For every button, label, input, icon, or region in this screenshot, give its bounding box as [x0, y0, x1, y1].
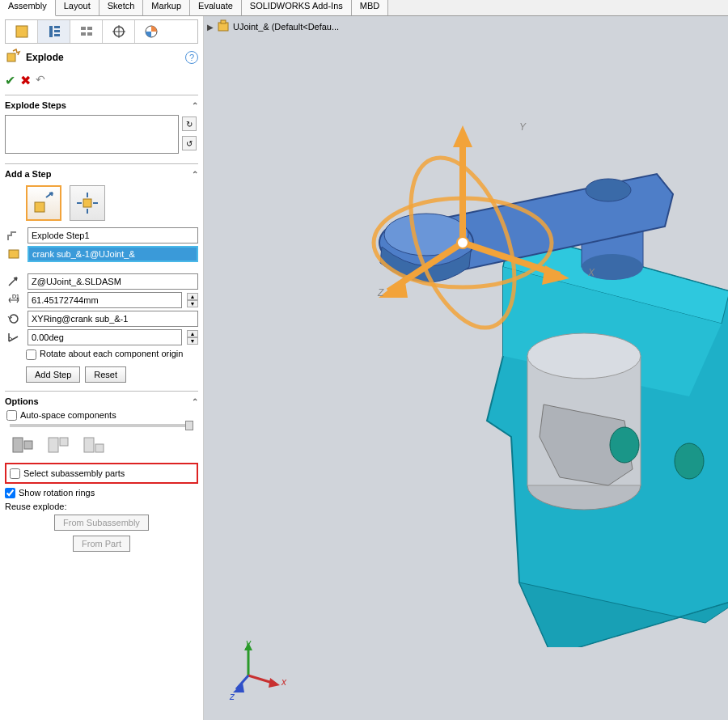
svg-rect-0 — [16, 26, 28, 37]
bbox-front-icon[interactable] — [81, 434, 108, 456]
feature-title: Explode — [26, 52, 64, 63]
auto-space-checkbox[interactable] — [6, 410, 17, 421]
svg-rect-22 — [84, 438, 94, 452]
options-header[interactable]: Options⌃ — [5, 395, 198, 408]
breadcrumb-caret-icon[interactable]: ▶ — [207, 23, 214, 32]
regular-step-tool[interactable] — [26, 185, 61, 221]
ring-input[interactable] — [28, 311, 198, 327]
svg-point-34 — [586, 179, 631, 201]
property-manager-icon[interactable] — [38, 20, 70, 43]
svg-marker-40 — [453, 125, 472, 147]
tab-mbd[interactable]: MBD — [352, 0, 388, 15]
help-icon[interactable]: ? — [185, 51, 198, 64]
svg-point-30 — [675, 443, 704, 479]
triad-y-label: y — [246, 637, 251, 649]
select-subassembly-checkbox[interactable] — [10, 468, 20, 479]
add-step-header[interactable]: Add a Step⌃ — [5, 167, 198, 180]
explode-steps-header[interactable]: Explode Steps⌃ — [5, 99, 198, 112]
radial-step-tool[interactable] — [70, 185, 105, 221]
tab-sketch[interactable]: Sketch — [99, 0, 144, 15]
distance-input[interactable] — [28, 292, 182, 308]
show-rings-checkbox[interactable] — [5, 488, 15, 498]
angle-down[interactable]: ▼ — [187, 337, 198, 345]
svg-point-45 — [457, 237, 468, 248]
bbox-center-icon[interactable] — [10, 434, 37, 456]
angle-input[interactable] — [28, 329, 182, 345]
property-manager-panel: Explode ? ✔ ✖ ↶ Explode Steps⌃ ↻ ↺ Add a… — [0, 16, 204, 720]
svg-text:D1: D1 — [12, 294, 19, 299]
select-subassembly-label: Select subassembly parts — [23, 468, 125, 478]
svg-rect-7 — [87, 27, 92, 30]
tab-assembly[interactable]: Assembly — [0, 0, 56, 16]
ok-button[interactable]: ✔ — [5, 73, 15, 88]
ring-icon — [5, 311, 23, 327]
svg-rect-2 — [54, 26, 60, 28]
svg-rect-3 — [54, 30, 60, 32]
svg-rect-8 — [87, 32, 92, 36]
svg-rect-23 — [95, 444, 104, 452]
cancel-button[interactable]: ✖ — [20, 73, 31, 88]
spacing-slider[interactable] — [10, 424, 193, 427]
triad-x-label: x — [281, 676, 286, 688]
direction-input[interactable] — [28, 273, 198, 290]
axis-x-label: X — [588, 267, 595, 278]
direction-icon — [5, 273, 23, 290]
bbox-back-icon[interactable] — [45, 434, 73, 456]
tab-addins[interactable]: SOLIDWORKS Add-Ins — [242, 0, 352, 15]
svg-marker-51 — [233, 683, 244, 692]
svg-rect-19 — [24, 441, 32, 449]
explode-icon — [5, 49, 21, 66]
config-manager-icon[interactable] — [70, 20, 103, 43]
svg-rect-18 — [13, 438, 23, 452]
triad-z-label: z — [230, 691, 235, 702]
distance-up[interactable]: ▲ — [187, 293, 198, 300]
reset-button[interactable]: Reset — [85, 366, 126, 383]
step-name-icon — [5, 227, 23, 244]
step-name-input[interactable] — [28, 227, 198, 244]
svg-rect-6 — [81, 32, 86, 36]
rotate-origin-checkbox[interactable] — [26, 349, 36, 360]
graphics-viewport[interactable]: ▶ UJoint_& (Default<Defau... — [204, 16, 728, 720]
angle-up[interactable]: ▲ — [187, 330, 198, 337]
move-triad[interactable] — [341, 113, 584, 340]
from-part-button[interactable]: From Part — [73, 536, 130, 552]
feature-manager-icon[interactable] — [6, 20, 38, 43]
add-step-button[interactable]: Add Step — [26, 366, 80, 383]
svg-marker-42 — [542, 265, 569, 285]
tab-markup[interactable]: Markup — [143, 0, 190, 15]
auto-space-label: Auto-space components — [20, 410, 116, 420]
command-manager-tabs: Assembly Layout Sketch Markup Evaluate S… — [0, 0, 728, 16]
breadcrumb-label[interactable]: UJoint_& (Default<Defau... — [233, 22, 339, 32]
display-manager-icon[interactable] — [135, 20, 167, 43]
from-subassembly-button[interactable]: From Subassembly — [54, 515, 149, 531]
step-up-button[interactable]: ↻ — [182, 116, 197, 131]
svg-point-28 — [527, 333, 641, 379]
svg-point-29 — [610, 427, 639, 463]
tab-evaluate[interactable]: Evaluate — [190, 0, 242, 15]
svg-rect-4 — [54, 34, 60, 36]
view-orientation-triad[interactable] — [228, 639, 285, 696]
axis-z-label: Z — [378, 287, 383, 299]
svg-rect-1 — [49, 26, 53, 37]
svg-rect-15 — [83, 199, 91, 207]
svg-rect-14 — [35, 202, 44, 212]
tab-layout[interactable]: Layout — [56, 0, 99, 15]
dimxpert-icon[interactable] — [103, 20, 135, 43]
angle-icon — [5, 329, 23, 345]
explode-steps-list[interactable] — [5, 115, 179, 154]
show-rings-label: Show rotation rings — [19, 488, 95, 498]
reuse-explode-label: Reuse explode: — [5, 502, 198, 511]
breadcrumb-assembly-icon — [217, 19, 230, 34]
step-down-button[interactable]: ↺ — [182, 136, 197, 150]
distance-down[interactable]: ▼ — [187, 300, 198, 307]
rotate-origin-label: Rotate about each component origin — [40, 349, 183, 358]
select-subassembly-highlight: Select subassembly parts — [5, 463, 198, 484]
breadcrumb[interactable]: ▶ UJoint_& (Default<Defau... — [207, 19, 339, 34]
component-input[interactable] — [28, 246, 198, 262]
undo-button[interactable]: ↶ — [36, 73, 45, 88]
panel-mode-strip — [5, 19, 198, 44]
svg-rect-20 — [49, 438, 58, 452]
svg-rect-25 — [221, 20, 226, 23]
component-icon — [5, 246, 23, 262]
svg-rect-13 — [7, 53, 15, 61]
